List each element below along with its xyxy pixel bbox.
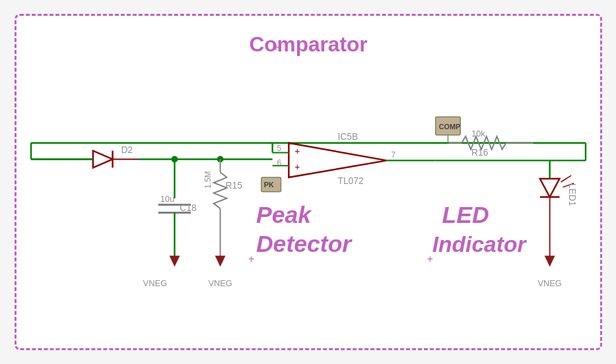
peak-label: Peak xyxy=(256,202,312,228)
pin6-label: 6 xyxy=(277,158,281,167)
r15-value-label: 1.5M xyxy=(203,171,212,189)
svg-marker-31 xyxy=(539,179,559,197)
pin5-label: 5 xyxy=(277,144,281,153)
plus-led: + xyxy=(427,253,432,264)
led1-label: LED1 xyxy=(567,183,578,206)
plus-sign-title: + xyxy=(272,41,279,54)
svg-marker-39 xyxy=(92,151,112,168)
indicator-label: Indicator xyxy=(432,232,527,257)
schematic-board: Comparator + xyxy=(15,14,602,350)
cap-value-label: 10u xyxy=(160,194,174,204)
comparator-title: Comparator xyxy=(249,32,367,56)
c18-label: C18 xyxy=(180,202,197,213)
svg-line-35 xyxy=(561,175,571,182)
d2-label: D2 xyxy=(121,144,133,155)
svg-text:PK: PK xyxy=(263,181,273,189)
r15-label: R15 xyxy=(225,180,242,191)
svg-text:+: + xyxy=(294,162,300,172)
svg-text:+: + xyxy=(294,146,300,156)
svg-marker-18 xyxy=(289,143,386,177)
vneg1-label: VNEG xyxy=(143,278,166,288)
pin7-label: 7 xyxy=(391,150,395,160)
r16-value-label: 10k xyxy=(471,129,485,138)
r16-label: R16 xyxy=(471,147,489,158)
vneg2-label: VNEG xyxy=(208,278,232,288)
vneg3-label: VNEG xyxy=(537,278,561,288)
tl072-label: TL072 xyxy=(337,175,363,186)
ic5b-label: IC5B xyxy=(337,131,358,142)
svg-text:COMP: COMP xyxy=(438,123,460,131)
plus-peak: + xyxy=(248,253,254,264)
led-label: LED xyxy=(442,202,489,228)
detector-label: Detector xyxy=(256,231,352,257)
